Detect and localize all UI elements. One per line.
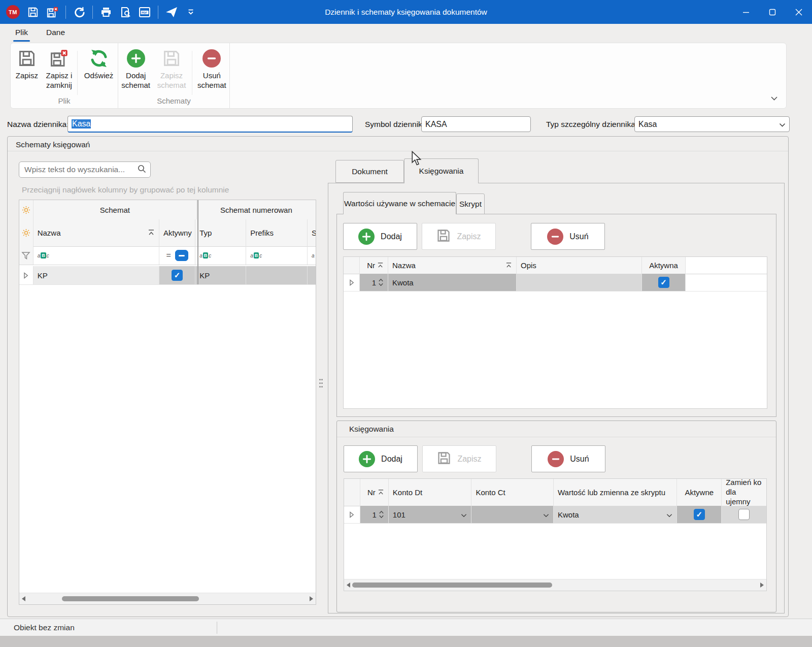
cell-typ[interactable]: KP [195, 266, 246, 284]
row-expand-icon[interactable] [344, 274, 360, 291]
abc-filter-icon[interactable]: aBc [199, 252, 211, 258]
schematy-row-kp[interactable]: KP KP [19, 266, 316, 285]
cell-nr[interactable]: 1 [360, 506, 389, 523]
column-header-nazwa[interactable]: Nazwa [388, 257, 517, 274]
filter-cell-clipped[interactable]: a [308, 246, 316, 265]
chevron-down-icon[interactable] [461, 510, 467, 519]
dodaj-button[interactable]: Dodaj [344, 445, 418, 472]
horizontal-scrollbar[interactable] [344, 579, 766, 591]
search-input[interactable] [23, 165, 137, 175]
band-schemat-numerowania[interactable]: Schemat numerowan [197, 200, 316, 219]
scroll-left-icon[interactable] [346, 582, 352, 588]
customization-sun-icon[interactable] [19, 219, 33, 246]
scrollbar-thumb[interactable] [352, 583, 552, 588]
scroll-right-icon[interactable] [308, 596, 314, 602]
cell-nazwa[interactable]: Kwota [388, 274, 517, 291]
zapisz-i-zamknij-button[interactable]: Zapisz i zamknij [43, 48, 76, 90]
column-header-typ[interactable]: Typ [195, 219, 246, 246]
wartosci-row-kwota[interactable]: 1 Kwota [344, 274, 767, 292]
usun-button[interactable]: Usuń [531, 223, 605, 250]
cell-opis[interactable] [517, 274, 642, 291]
abc-filter-icon[interactable]: aBc [38, 252, 49, 258]
ksiegowania-row-1[interactable]: 1 101 Kwota [344, 506, 766, 524]
abc-filter-icon[interactable]: aBc [250, 252, 262, 258]
column-header-clipped[interactable]: S [308, 219, 316, 246]
refresh-icon[interactable] [73, 6, 85, 18]
chevron-down-icon[interactable] [666, 510, 672, 519]
scroll-right-icon[interactable] [759, 582, 765, 588]
minimize-button[interactable] [733, 0, 759, 24]
odswiez-button[interactable]: Odśwież [80, 48, 118, 81]
column-header-aktywne[interactable]: Aktywne [677, 479, 722, 506]
nazwa-dziennika-input[interactable]: Kasa [67, 116, 353, 133]
usun-button[interactable]: Usuń [531, 445, 605, 472]
dodaj-schemat-button[interactable]: Dodaj schemat [118, 48, 153, 90]
splitter-handle[interactable] [318, 376, 324, 392]
usun-schemat-button[interactable]: Usuń schemat [194, 48, 229, 90]
cell-prefiks[interactable] [246, 266, 308, 284]
column-header-opis[interactable]: Opis [517, 257, 642, 274]
cell-aktywna[interactable] [642, 274, 686, 291]
export-pdf-icon[interactable]: PDF [139, 6, 151, 18]
filter-cell-prefiks[interactable]: aBc [246, 246, 308, 265]
customize-toolbar-icon[interactable] [185, 6, 197, 18]
customization-sun-icon[interactable] [19, 200, 33, 219]
scrollbar-thumb[interactable] [62, 596, 199, 601]
spinner-icon[interactable] [379, 510, 384, 519]
symbol-dziennika-input[interactable]: KASA [421, 116, 531, 132]
tab-skrypt[interactable]: Skrypt [456, 193, 485, 214]
cell-nazwa[interactable]: KP [33, 266, 159, 284]
search-icon[interactable] [137, 164, 146, 175]
filter-checkbox-indeterminate[interactable] [175, 250, 188, 261]
save-and-close-icon[interactable] [46, 6, 58, 18]
column-header-zamien-konto[interactable]: Zamień ko dla ujemny [722, 479, 766, 506]
save-icon[interactable] [27, 6, 39, 18]
print-preview-icon[interactable] [119, 6, 131, 18]
app-logo[interactable]: TM [6, 5, 20, 19]
filter-cell-nazwa[interactable]: aBc [33, 246, 159, 265]
zapisz-schemat-button[interactable]: Zapisz schemat [153, 48, 189, 90]
typ-dziennika-combo[interactable]: Kasa [634, 116, 790, 132]
ribbon-tab-plik[interactable]: Plik [11, 26, 32, 42]
column-header-nazwa[interactable]: Nazwa [33, 219, 159, 246]
cell-konto-dt[interactable]: 101 [389, 506, 472, 523]
column-header-konto-dt[interactable]: Konto Dt [389, 479, 472, 506]
ribbon-collapse-icon[interactable] [770, 94, 778, 103]
equals-operator[interactable]: = [166, 251, 171, 260]
horizontal-scrollbar[interactable] [19, 593, 316, 604]
zapisz-button[interactable]: Zapisz [11, 48, 43, 81]
column-header-nr[interactable]: Nr [360, 257, 388, 274]
row-expand-icon[interactable] [19, 266, 33, 284]
chevron-down-icon[interactable] [543, 510, 549, 519]
cell-nr[interactable]: 1 [360, 274, 388, 291]
close-button[interactable] [786, 0, 812, 24]
checkbox-zamien-konto[interactable] [738, 509, 750, 520]
chevron-down-icon[interactable] [779, 120, 786, 129]
search-box[interactable] [19, 161, 151, 178]
checkbox-aktywne[interactable] [694, 509, 705, 520]
filter-cell-typ[interactable]: aBc [195, 246, 246, 265]
column-header-wartosc[interactable]: Wartość lub zmienna ze skryptu [554, 479, 677, 506]
cell-aktywne[interactable] [677, 506, 722, 523]
tab-dokument[interactable]: Dokument [335, 160, 404, 183]
tab-wartosci-uzywane[interactable]: Wartości używane w schemacie [343, 192, 456, 214]
scroll-left-icon[interactable] [21, 596, 27, 602]
cell-clipped[interactable] [308, 266, 316, 284]
filter-cell-aktywny[interactable]: = [159, 246, 195, 265]
row-expand-icon[interactable] [344, 506, 360, 523]
checkbox-aktywna[interactable] [658, 277, 669, 288]
cell-zamien-konto[interactable] [722, 506, 766, 523]
zapisz-button-disabled[interactable]: Zapisz [422, 223, 496, 250]
maximize-button[interactable] [759, 0, 786, 24]
abc-filter-icon[interactable]: a [312, 253, 315, 258]
zapisz-button-disabled[interactable]: Zapisz [422, 445, 496, 472]
cell-konto-ct[interactable] [471, 506, 554, 523]
filter-funnel-icon[interactable] [19, 246, 33, 265]
checkbox-aktywny[interactable] [172, 270, 183, 281]
column-header-aktywny[interactable]: Aktywny [159, 219, 195, 246]
cell-aktywny[interactable] [159, 266, 195, 284]
dodaj-button[interactable]: Dodaj [343, 223, 417, 250]
tab-ksiegowania[interactable]: Księgowania [404, 158, 479, 183]
cell-wartosc[interactable]: Kwota [554, 506, 677, 523]
column-header-nr[interactable]: Nr [360, 479, 389, 506]
